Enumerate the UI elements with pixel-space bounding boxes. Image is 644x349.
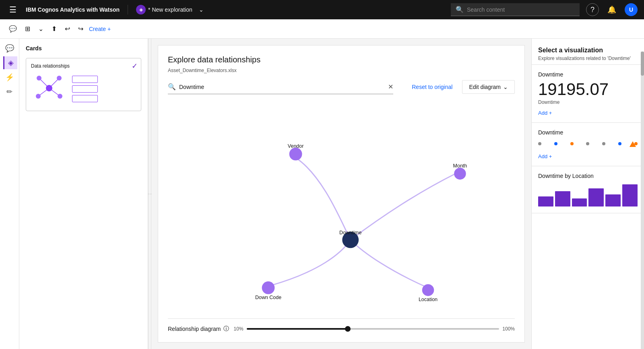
- scatter-triangle-icon: [630, 141, 636, 147]
- create-plus-icon: +: [107, 26, 111, 32]
- viz-kpi-value: 19195.07: [538, 81, 638, 98]
- undo-button[interactable]: ↩: [62, 23, 72, 35]
- node-search-input[interactable]: [179, 84, 385, 90]
- search-icon: 🔍: [456, 6, 464, 13]
- right-panel-header: Select a visualization Explore visualiza…: [532, 39, 644, 65]
- sidebar-item-chat[interactable]: 💬: [3, 42, 16, 55]
- toolbar: 💬 ⊞ ⌄ ⬆ ↩ ↪ Create +: [0, 19, 644, 39]
- svg-text:Down Code: Down Code: [255, 295, 281, 300]
- svg-point-9: [289, 148, 302, 161]
- reset-to-original-button[interactable]: Reset to original: [412, 84, 452, 90]
- search-clear-button[interactable]: ✕: [388, 83, 393, 91]
- card-thumbnail-content: [31, 72, 136, 106]
- avatar[interactable]: U: [625, 3, 638, 16]
- svg-text:Location: Location: [419, 297, 438, 302]
- sidebar-item-explore[interactable]: ◈: [3, 56, 17, 69]
- bar-2: [555, 191, 570, 207]
- redo-button[interactable]: ↪: [76, 23, 86, 35]
- right-scrollbar[interactable]: [641, 52, 644, 349]
- explore-title: Explore data relationships: [168, 55, 515, 64]
- network-svg: Vendor Month Downtime Down Code Location: [168, 101, 515, 315]
- bar-chart-preview: [538, 182, 638, 207]
- share-icon: ⬆: [52, 25, 57, 33]
- scatter-preview: [538, 139, 638, 149]
- slider-thumb[interactable]: [345, 326, 351, 332]
- scatter-dot-5: [602, 142, 605, 145]
- sidebar-item-data[interactable]: ⚡: [3, 71, 16, 84]
- viz-scatter-title: Downtime: [538, 129, 638, 136]
- help-icon: ?: [590, 6, 594, 14]
- search-field-icon: 🔍: [168, 83, 176, 91]
- viz-kpi-unit: Downtime: [538, 99, 638, 105]
- grid-chevron-button[interactable]: ⌄: [36, 23, 46, 35]
- create-button[interactable]: Create +: [89, 26, 111, 32]
- exploration-title-area: ◈ * New exploration ⌄: [136, 3, 208, 16]
- viz-card-bar: Downtime by Location: [532, 166, 644, 213]
- panel-resize-handle[interactable]: ⋮: [148, 39, 151, 349]
- sidebar-item-pin[interactable]: ✏: [3, 85, 16, 98]
- grid-toolbar-button[interactable]: ⊞: [23, 23, 33, 35]
- network-diagram-area: Vendor Month Downtime Down Code Location: [168, 101, 515, 315]
- scrollbar-thumb[interactable]: [641, 52, 644, 76]
- chat-icon: 💬: [9, 25, 17, 33]
- data-relationships-card[interactable]: Data relationships ✓: [26, 58, 141, 111]
- card-title: Data relationships: [31, 63, 136, 69]
- node-search-field[interactable]: 🔍 ✕: [168, 80, 393, 94]
- svg-point-6: [57, 76, 62, 81]
- svg-point-4: [46, 85, 52, 91]
- slider-min-label: 10%: [234, 326, 244, 332]
- info-button[interactable]: ⓘ: [223, 325, 229, 332]
- viz-kpi-add-label: Add +: [538, 110, 552, 116]
- bar-4: [588, 188, 604, 207]
- search-bar[interactable]: 🔍: [451, 3, 580, 16]
- viz-kpi-add-button[interactable]: Add +: [538, 110, 552, 116]
- explore-actions-bar: 🔍 ✕ Reset to original Edit diagram ⌄: [168, 80, 515, 94]
- right-panel-subtitle: Explore visualizations related to 'Downt…: [538, 56, 638, 61]
- viz-scatter-add-label: Add +: [538, 153, 552, 159]
- main-layout: 💬 ◈ ⚡ ✏ Cards Data relationships ✓: [0, 39, 644, 349]
- cards-panel: Cards Data relationships ✓: [19, 39, 148, 349]
- edit-diagram-label: Edit diagram: [469, 84, 501, 90]
- svg-point-17: [422, 284, 434, 296]
- diagram-controls: Reset to original Edit diagram ⌄: [412, 80, 515, 94]
- scatter-dot-4: [586, 142, 589, 145]
- svg-text:Vendor: Vendor: [288, 143, 304, 149]
- right-panel: Select a visualization Explore visualiza…: [531, 39, 644, 349]
- viz-card-kpi: Downtime 19195.07 Downtime Add +: [532, 65, 644, 123]
- relationship-slider-container: 10% 100%: [234, 326, 515, 332]
- hamburger-menu-button[interactable]: ☰: [6, 3, 19, 16]
- chat-toolbar-button[interactable]: 💬: [6, 23, 19, 35]
- brand-label: IBM Cognos Analytics with Watson: [26, 6, 120, 13]
- chevron-down-icon: ⌄: [199, 6, 204, 13]
- edit-diagram-button[interactable]: Edit diagram ⌄: [462, 80, 515, 94]
- help-button[interactable]: ?: [586, 3, 599, 16]
- svg-point-15: [262, 281, 275, 294]
- share-button[interactable]: ⬆: [49, 23, 59, 35]
- exploration-chevron-button[interactable]: ⌄: [195, 3, 208, 16]
- card-network-preview: [31, 72, 67, 106]
- slider-fill: [247, 328, 348, 330]
- hamburger-icon: ☰: [9, 5, 17, 14]
- top-nav-right-area: 🔍 ? 🔔 U: [451, 3, 638, 16]
- redo-icon: ↪: [78, 25, 83, 33]
- svg-point-7: [36, 94, 41, 99]
- diagram-footer: Relationship diagram ⓘ 10% 100%: [168, 318, 515, 332]
- viz-kpi-title: Downtime: [538, 71, 638, 78]
- avatar-initials: U: [629, 6, 633, 13]
- left-sidebar: 💬 ◈ ⚡ ✏: [0, 39, 19, 349]
- scatter-dot-3: [570, 142, 574, 145]
- bar-1: [538, 196, 553, 207]
- svg-point-8: [58, 94, 62, 99]
- svg-text:Month: Month: [453, 163, 467, 169]
- exploration-title-label: * New exploration: [148, 6, 192, 13]
- scatter-dot-6: [618, 142, 621, 145]
- relationship-slider[interactable]: [247, 328, 500, 330]
- viz-scatter-add-button[interactable]: Add +: [538, 153, 552, 159]
- grid-icon: ⊞: [25, 25, 30, 33]
- search-input[interactable]: [467, 6, 575, 13]
- svg-text:Downtime: Downtime: [339, 230, 361, 235]
- create-label: Create: [89, 26, 106, 32]
- cards-panel-title: Cards: [26, 45, 141, 52]
- notification-bell-button[interactable]: 🔔: [605, 3, 618, 16]
- slider-max-label: 100%: [502, 326, 515, 332]
